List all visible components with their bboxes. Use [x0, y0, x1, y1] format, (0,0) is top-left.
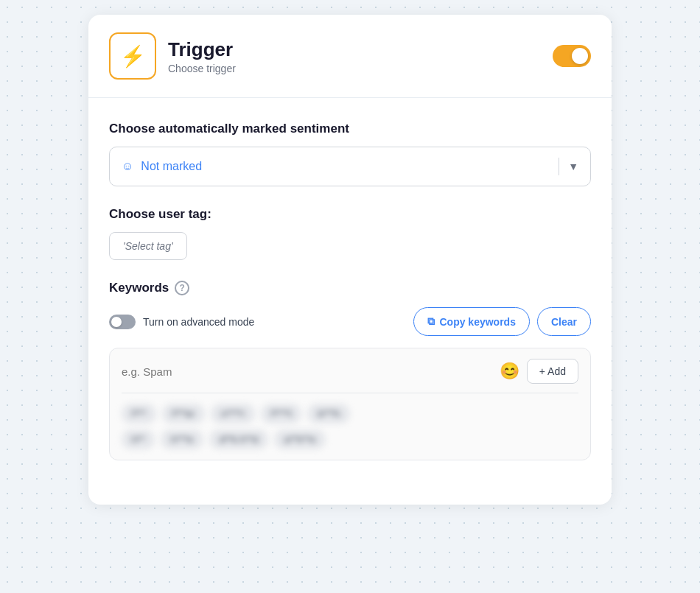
clear-label: Clear — [551, 316, 577, 328]
help-icon[interactable]: ? — [175, 281, 189, 295]
keywords-section: Keywords ? Turn on advanced mode ⧉ Copy … — [109, 281, 591, 460]
keyword-tag[interactable]: h** — [122, 429, 155, 449]
lightning-icon: ⚡ — [120, 44, 146, 69]
dropdown-chevron-icon: ▼ — [568, 161, 578, 172]
keyword-tag[interactable]: h***e — [161, 429, 203, 449]
advanced-mode-label: Turn on advanced mode — [143, 316, 254, 328]
user-tag-section: Choose user tag: 'Select tag' — [109, 207, 591, 260]
copy-keywords-button[interactable]: ⧉ Copy keywords — [413, 307, 529, 336]
smiley-icon: ☺ — [122, 160, 133, 173]
advanced-mode-row: Turn on advanced mode — [109, 315, 254, 329]
sentiment-section: Choose automatically marked sentiment ☺ … — [109, 122, 591, 186]
trigger-toggle[interactable] — [553, 45, 591, 67]
sentiment-dropdown[interactable]: ☺ Not marked ▼ — [109, 147, 591, 186]
toggle-wrapper[interactable] — [553, 45, 591, 67]
card-header: ⚡ Trigger Choose trigger — [88, 15, 612, 98]
keyword-buttons: ⧉ Copy keywords Clear — [413, 307, 591, 336]
keyword-tag[interactable]: d**k h**d — [209, 429, 268, 449]
keyword-tag[interactable]: a**h**e — [274, 429, 326, 449]
header-title: Trigger — [168, 38, 541, 61]
clear-button[interactable]: Clear — [537, 307, 591, 336]
copy-icon: ⧉ — [427, 315, 435, 328]
select-tag-button[interactable]: 'Select tag' — [109, 232, 187, 260]
input-row: 😊 + Add — [122, 359, 578, 393]
copy-keywords-label: Copy keywords — [439, 316, 515, 328]
card-body: Choose automatically marked sentiment ☺ … — [88, 98, 612, 505]
add-keyword-button[interactable]: + Add — [527, 359, 578, 384]
dropdown-left: ☺ Not marked — [122, 160, 202, 173]
keyword-tag[interactable]: f*** — [122, 404, 156, 424]
keywords-title: Keywords — [109, 281, 169, 295]
keyword-tag[interactable]: f***er — [162, 404, 205, 424]
trigger-card: + ⚡ Trigger Choose trigger Choose automa… — [88, 15, 612, 505]
trigger-icon-box: ⚡ — [109, 32, 156, 80]
keyword-tag[interactable]: f****t — [261, 404, 301, 424]
keyword-tag[interactable]: n****r — [211, 404, 255, 424]
keywords-controls: Turn on advanced mode ⧉ Copy keywords Cl… — [109, 307, 591, 336]
dropdown-value: Not marked — [141, 160, 202, 173]
keyword-tag[interactable]: b***h — [307, 404, 350, 424]
tags-row-1: f*** f***er n****r f****t b***h — [122, 404, 578, 424]
keywords-input-area: 😊 + Add f*** f***er n****r f****t b***h … — [109, 348, 591, 460]
header-text: Trigger Choose trigger — [168, 38, 541, 74]
header-subtitle: Choose trigger — [168, 63, 541, 74]
dropdown-divider — [559, 158, 559, 175]
tags-row-2: h** h***e d**k h**d a**h**e — [122, 429, 578, 449]
keyword-input[interactable] — [122, 365, 492, 378]
advanced-mode-toggle[interactable] — [109, 315, 136, 329]
keywords-header: Keywords ? — [109, 281, 591, 295]
user-tag-label: Choose user tag: — [109, 207, 591, 222]
emoji-picker-button[interactable]: 😊 — [500, 362, 519, 381]
sentiment-label: Choose automatically marked sentiment — [109, 122, 591, 136]
